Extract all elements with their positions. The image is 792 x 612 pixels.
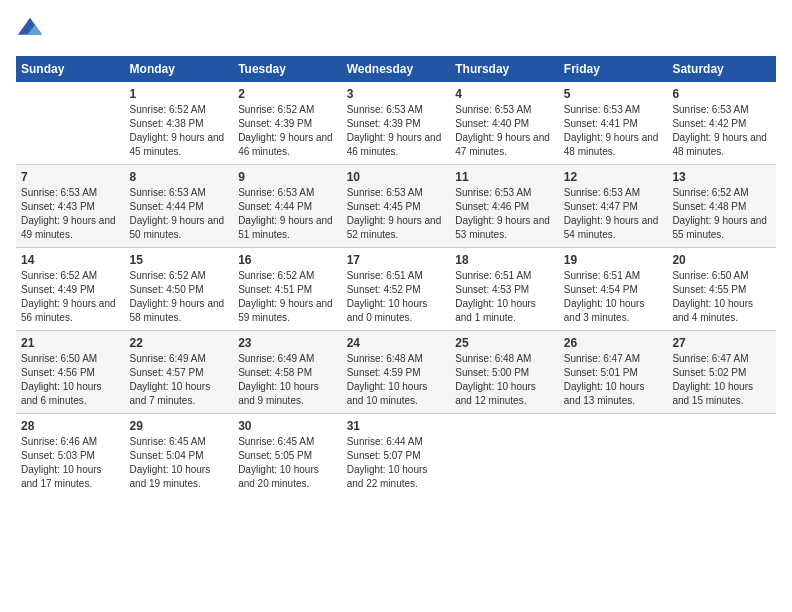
day-cell: 31Sunrise: 6:44 AMSunset: 5:07 PMDayligh… [342, 414, 451, 497]
day-info: Sunrise: 6:52 AMSunset: 4:51 PMDaylight:… [238, 269, 337, 325]
day-info: Sunrise: 6:53 AMSunset: 4:46 PMDaylight:… [455, 186, 554, 242]
col-header-tuesday: Tuesday [233, 56, 342, 82]
day-number: 10 [347, 170, 446, 184]
day-number: 15 [130, 253, 229, 267]
day-number: 3 [347, 87, 446, 101]
week-row-5: 28Sunrise: 6:46 AMSunset: 5:03 PMDayligh… [16, 414, 776, 497]
week-row-4: 21Sunrise: 6:50 AMSunset: 4:56 PMDayligh… [16, 331, 776, 414]
day-number: 2 [238, 87, 337, 101]
day-cell: 15Sunrise: 6:52 AMSunset: 4:50 PMDayligh… [125, 248, 234, 331]
day-info: Sunrise: 6:52 AMSunset: 4:38 PMDaylight:… [130, 103, 229, 159]
day-number: 9 [238, 170, 337, 184]
day-cell: 3Sunrise: 6:53 AMSunset: 4:39 PMDaylight… [342, 82, 451, 165]
col-header-monday: Monday [125, 56, 234, 82]
day-number: 6 [672, 87, 771, 101]
day-cell: 22Sunrise: 6:49 AMSunset: 4:57 PMDayligh… [125, 331, 234, 414]
day-cell: 14Sunrise: 6:52 AMSunset: 4:49 PMDayligh… [16, 248, 125, 331]
logo [16, 16, 48, 44]
col-header-sunday: Sunday [16, 56, 125, 82]
day-cell: 1Sunrise: 6:52 AMSunset: 4:38 PMDaylight… [125, 82, 234, 165]
day-cell [667, 414, 776, 497]
day-cell: 6Sunrise: 6:53 AMSunset: 4:42 PMDaylight… [667, 82, 776, 165]
logo-icon [16, 16, 44, 44]
day-number: 25 [455, 336, 554, 350]
calendar-table: SundayMondayTuesdayWednesdayThursdayFrid… [16, 56, 776, 496]
col-header-wednesday: Wednesday [342, 56, 451, 82]
day-info: Sunrise: 6:48 AMSunset: 5:00 PMDaylight:… [455, 352, 554, 408]
day-info: Sunrise: 6:49 AMSunset: 4:57 PMDaylight:… [130, 352, 229, 408]
day-number: 22 [130, 336, 229, 350]
day-number: 26 [564, 336, 663, 350]
week-row-2: 7Sunrise: 6:53 AMSunset: 4:43 PMDaylight… [16, 165, 776, 248]
day-info: Sunrise: 6:52 AMSunset: 4:50 PMDaylight:… [130, 269, 229, 325]
day-info: Sunrise: 6:53 AMSunset: 4:47 PMDaylight:… [564, 186, 663, 242]
day-cell: 8Sunrise: 6:53 AMSunset: 4:44 PMDaylight… [125, 165, 234, 248]
day-number: 1 [130, 87, 229, 101]
col-header-saturday: Saturday [667, 56, 776, 82]
calendar-header-row: SundayMondayTuesdayWednesdayThursdayFrid… [16, 56, 776, 82]
day-cell: 25Sunrise: 6:48 AMSunset: 5:00 PMDayligh… [450, 331, 559, 414]
day-cell [559, 414, 668, 497]
day-cell: 9Sunrise: 6:53 AMSunset: 4:44 PMDaylight… [233, 165, 342, 248]
day-number: 7 [21, 170, 120, 184]
day-number: 14 [21, 253, 120, 267]
day-number: 5 [564, 87, 663, 101]
day-number: 16 [238, 253, 337, 267]
day-info: Sunrise: 6:53 AMSunset: 4:41 PMDaylight:… [564, 103, 663, 159]
day-number: 28 [21, 419, 120, 433]
day-info: Sunrise: 6:53 AMSunset: 4:39 PMDaylight:… [347, 103, 446, 159]
day-number: 31 [347, 419, 446, 433]
day-number: 30 [238, 419, 337, 433]
day-cell: 13Sunrise: 6:52 AMSunset: 4:48 PMDayligh… [667, 165, 776, 248]
day-info: Sunrise: 6:45 AMSunset: 5:04 PMDaylight:… [130, 435, 229, 491]
day-number: 29 [130, 419, 229, 433]
day-number: 4 [455, 87, 554, 101]
day-info: Sunrise: 6:49 AMSunset: 4:58 PMDaylight:… [238, 352, 337, 408]
day-number: 11 [455, 170, 554, 184]
day-number: 13 [672, 170, 771, 184]
day-info: Sunrise: 6:51 AMSunset: 4:53 PMDaylight:… [455, 269, 554, 325]
day-number: 27 [672, 336, 771, 350]
day-cell [450, 414, 559, 497]
day-number: 17 [347, 253, 446, 267]
day-number: 24 [347, 336, 446, 350]
day-info: Sunrise: 6:50 AMSunset: 4:56 PMDaylight:… [21, 352, 120, 408]
day-cell: 12Sunrise: 6:53 AMSunset: 4:47 PMDayligh… [559, 165, 668, 248]
day-cell: 10Sunrise: 6:53 AMSunset: 4:45 PMDayligh… [342, 165, 451, 248]
day-info: Sunrise: 6:50 AMSunset: 4:55 PMDaylight:… [672, 269, 771, 325]
day-number: 19 [564, 253, 663, 267]
day-info: Sunrise: 6:53 AMSunset: 4:44 PMDaylight:… [130, 186, 229, 242]
day-cell: 20Sunrise: 6:50 AMSunset: 4:55 PMDayligh… [667, 248, 776, 331]
day-info: Sunrise: 6:44 AMSunset: 5:07 PMDaylight:… [347, 435, 446, 491]
day-info: Sunrise: 6:46 AMSunset: 5:03 PMDaylight:… [21, 435, 120, 491]
col-header-thursday: Thursday [450, 56, 559, 82]
col-header-friday: Friday [559, 56, 668, 82]
day-number: 8 [130, 170, 229, 184]
day-number: 20 [672, 253, 771, 267]
day-info: Sunrise: 6:47 AMSunset: 5:02 PMDaylight:… [672, 352, 771, 408]
week-row-3: 14Sunrise: 6:52 AMSunset: 4:49 PMDayligh… [16, 248, 776, 331]
day-info: Sunrise: 6:52 AMSunset: 4:49 PMDaylight:… [21, 269, 120, 325]
day-cell: 30Sunrise: 6:45 AMSunset: 5:05 PMDayligh… [233, 414, 342, 497]
day-info: Sunrise: 6:47 AMSunset: 5:01 PMDaylight:… [564, 352, 663, 408]
day-info: Sunrise: 6:51 AMSunset: 4:52 PMDaylight:… [347, 269, 446, 325]
day-cell: 17Sunrise: 6:51 AMSunset: 4:52 PMDayligh… [342, 248, 451, 331]
day-info: Sunrise: 6:51 AMSunset: 4:54 PMDaylight:… [564, 269, 663, 325]
day-info: Sunrise: 6:52 AMSunset: 4:48 PMDaylight:… [672, 186, 771, 242]
day-number: 21 [21, 336, 120, 350]
day-number: 12 [564, 170, 663, 184]
day-info: Sunrise: 6:48 AMSunset: 4:59 PMDaylight:… [347, 352, 446, 408]
day-info: Sunrise: 6:53 AMSunset: 4:45 PMDaylight:… [347, 186, 446, 242]
day-cell: 23Sunrise: 6:49 AMSunset: 4:58 PMDayligh… [233, 331, 342, 414]
day-info: Sunrise: 6:53 AMSunset: 4:44 PMDaylight:… [238, 186, 337, 242]
week-row-1: 1Sunrise: 6:52 AMSunset: 4:38 PMDaylight… [16, 82, 776, 165]
day-cell: 11Sunrise: 6:53 AMSunset: 4:46 PMDayligh… [450, 165, 559, 248]
day-cell: 21Sunrise: 6:50 AMSunset: 4:56 PMDayligh… [16, 331, 125, 414]
day-cell: 7Sunrise: 6:53 AMSunset: 4:43 PMDaylight… [16, 165, 125, 248]
day-info: Sunrise: 6:53 AMSunset: 4:40 PMDaylight:… [455, 103, 554, 159]
day-cell: 19Sunrise: 6:51 AMSunset: 4:54 PMDayligh… [559, 248, 668, 331]
day-cell: 27Sunrise: 6:47 AMSunset: 5:02 PMDayligh… [667, 331, 776, 414]
day-cell: 4Sunrise: 6:53 AMSunset: 4:40 PMDaylight… [450, 82, 559, 165]
day-cell: 29Sunrise: 6:45 AMSunset: 5:04 PMDayligh… [125, 414, 234, 497]
day-cell: 2Sunrise: 6:52 AMSunset: 4:39 PMDaylight… [233, 82, 342, 165]
